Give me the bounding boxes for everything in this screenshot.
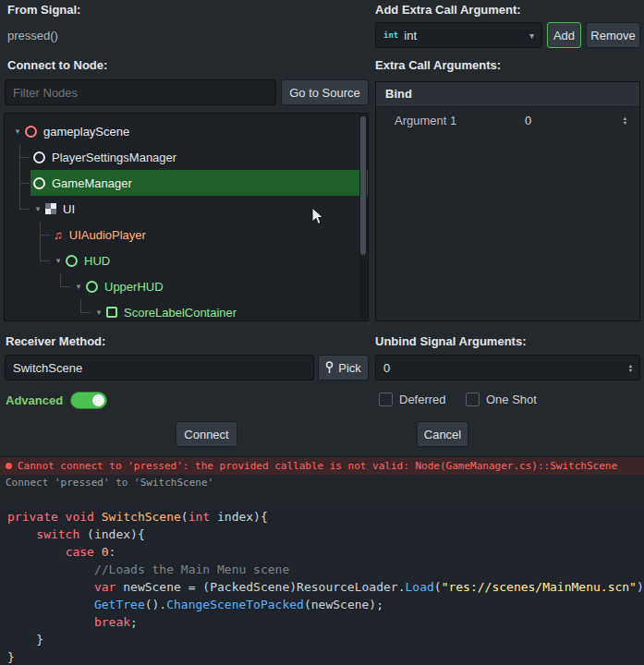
deferred-checkbox[interactable]: Deferred <box>379 393 446 406</box>
tree-row-UI[interactable]: ▾UI <box>5 196 368 222</box>
circle-node-icon <box>33 151 45 163</box>
node-tree: ▾gameplayScenePlayerSettingsManagerGameM… <box>4 113 369 321</box>
connect-button[interactable]: Connect <box>176 421 237 447</box>
expand-arrow-icon[interactable]: ▾ <box>10 127 25 136</box>
expand-arrow-icon[interactable]: ▾ <box>30 204 45 213</box>
tree-row-UpperHUD[interactable]: ▾UpperHUD <box>5 273 368 299</box>
advanced-toggle[interactable] <box>70 392 107 409</box>
advanced-label: Advanced <box>6 393 63 407</box>
argument-name: Argument 1 <box>376 114 512 127</box>
code-line: case 0: <box>7 543 644 561</box>
one-shot-checkbox[interactable]: One Shot <box>466 393 537 406</box>
cancel-button[interactable]: Cancel <box>417 421 468 447</box>
expand-arrow-icon[interactable]: ▾ <box>91 308 106 317</box>
bind-column-header: Bind <box>376 82 639 107</box>
circle-node-icon <box>33 177 45 189</box>
log-error-text: Cannot connect to 'pressed': the provide… <box>18 460 617 472</box>
code-line: GetTree().ChangeSceneToPacked(newScene); <box>7 596 644 613</box>
scrollbar-thumb[interactable] <box>360 116 366 255</box>
filter-nodes-input[interactable] <box>5 79 276 105</box>
tree-scrollbar[interactable] <box>359 115 367 320</box>
pick-icon <box>325 361 334 374</box>
tree-node-label: gameplayScene <box>43 125 129 139</box>
error-icon <box>6 463 12 469</box>
one-shot-checkbox-label: One Shot <box>486 393 537 406</box>
code-line: break; <box>7 613 644 631</box>
spinner-arrows-icon[interactable]: ▴▾ <box>629 363 632 372</box>
tree-node-label: PlayerSettingsManager <box>52 151 176 164</box>
checkbox-box-icon <box>466 393 480 406</box>
pick-button[interactable]: Pick <box>318 355 369 381</box>
note-node-icon: ♫ <box>54 229 63 241</box>
deferred-checkbox-label: Deferred <box>399 393 446 406</box>
argument-value-spinbox[interactable]: 0▴▾ <box>512 110 632 130</box>
tree-node-label: UIAudioPlayer <box>69 228 146 242</box>
int-type-icon: int <box>383 30 398 40</box>
expand-arrow-icon[interactable]: ▾ <box>51 256 66 265</box>
checker-node-icon <box>45 203 56 214</box>
code-line: //Loads the Main Menu scene <box>7 561 644 578</box>
tree-node-label: UI <box>63 202 75 216</box>
output-log: Cannot connect to 'pressed': the provide… <box>0 456 644 505</box>
remove-button[interactable]: Remove <box>586 22 640 48</box>
toggle-knob <box>92 394 104 406</box>
connect-signal-dialog: From Signal: pressed() Add Extra Call Ar… <box>0 0 644 665</box>
receiver-method-input[interactable] <box>5 355 314 381</box>
tree-node-label: GameManager <box>52 176 132 190</box>
tree-row-PlayerSettingsManager[interactable]: PlayerSettingsManager <box>5 144 368 170</box>
log-error-line: Cannot connect to 'pressed': the provide… <box>0 457 644 475</box>
receiver-method-label: Receiver Method: <box>6 334 105 348</box>
argument-row: Argument 10▴▾ <box>376 107 639 133</box>
square-node-icon <box>106 307 117 318</box>
pick-button-label: Pick <box>338 361 361 375</box>
tree-node-label: UpperHUD <box>104 280 164 294</box>
unbind-arguments-value: 0 <box>383 361 390 375</box>
add-extra-argument-label: Add Extra Call Argument: <box>375 3 521 17</box>
tree-node-label: ScoreLabelContainer <box>124 306 237 320</box>
code-line: } <box>7 648 644 665</box>
argument-value: 0 <box>525 114 531 127</box>
checkbox-box-icon <box>379 393 393 406</box>
tree-row-ScoreLabelContainer[interactable]: ▾ScoreLabelContainer <box>5 299 368 321</box>
code-line: private void SwitchScene(int index){ <box>7 508 644 526</box>
tree-row-GameManager[interactable]: GameManager <box>5 170 368 196</box>
tree-node-label: HUD <box>84 254 110 268</box>
argument-type-select[interactable]: int int ▾ <box>375 22 542 48</box>
tree-row-gameplayScene[interactable]: ▾gameplayScene <box>5 118 368 144</box>
code-editor: private void SwitchScene(int index){ swi… <box>0 504 644 665</box>
unbind-signal-arguments-label: Unbind Signal Arguments: <box>375 334 526 348</box>
extra-call-arguments-label: Extra Call Arguments: <box>375 58 501 72</box>
circle-node-icon <box>25 126 37 138</box>
circle-node-icon <box>66 255 78 267</box>
spinner-arrows-icon[interactable]: ▴▾ <box>624 115 626 125</box>
code-line: var newScene = (PackedScene)ResourceLoad… <box>7 578 644 596</box>
unbind-arguments-spinbox[interactable]: 0 ▴▾ <box>375 355 640 381</box>
code-line: } <box>7 631 644 648</box>
from-signal-value: pressed() <box>7 29 58 42</box>
circle-node-icon <box>86 281 98 293</box>
chevron-down-icon: ▾ <box>529 30 534 41</box>
argument-type-value: int <box>404 29 529 42</box>
connect-to-node-label: Connect to Node: <box>7 58 107 72</box>
tree-row-UIAudioPlayer[interactable]: ♫UIAudioPlayer <box>5 222 368 248</box>
extra-call-arguments-panel: Bind Argument 10▴▾ <box>375 81 640 321</box>
add-button[interactable]: Add <box>547 22 581 48</box>
expand-arrow-icon[interactable]: ▾ <box>71 282 86 291</box>
go-to-source-button[interactable]: Go to Source <box>281 79 369 105</box>
code-line: switch (index){ <box>7 526 644 543</box>
from-signal-label: From Signal: <box>7 3 80 17</box>
tree-row-HUD[interactable]: ▾HUD <box>5 248 368 273</box>
log-info-line: Connect 'pressed' to 'SwitchScene' <box>0 475 644 490</box>
